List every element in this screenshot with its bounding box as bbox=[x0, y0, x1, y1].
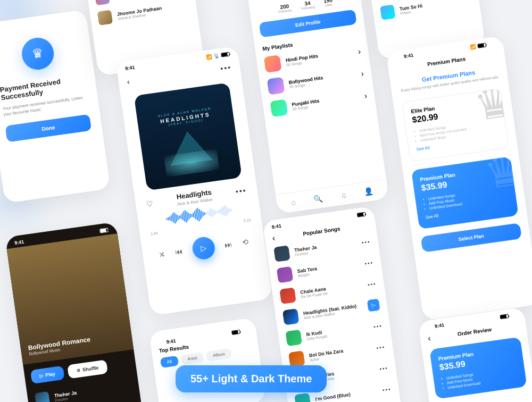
battery-icon bbox=[221, 52, 230, 57]
more-button[interactable]: ••• bbox=[376, 344, 386, 350]
following-stat[interactable]: 34Following bbox=[301, 0, 315, 11]
next-button[interactable]: ⏭ bbox=[224, 240, 232, 249]
playlist-detail-screen: 9:41 Bollywood Romance Bollywood Music ▷… bbox=[5, 222, 144, 402]
favorite-button[interactable]: ♡ bbox=[146, 199, 154, 208]
chevron-right-icon: › bbox=[357, 47, 361, 57]
signal-icon: 📶 bbox=[206, 54, 212, 60]
review-plan-card: Premium Plan $35.99 Unlimited Songs Add … bbox=[429, 337, 527, 399]
song-thumbnail bbox=[282, 308, 300, 325]
playlist-thumbnail bbox=[264, 55, 282, 73]
select-plan-button[interactable]: Select Plan bbox=[421, 223, 522, 253]
status-time: 9:41 bbox=[125, 65, 135, 71]
chevron-right-icon: › bbox=[360, 69, 364, 79]
song-thumbnail bbox=[277, 266, 294, 283]
profile-nav-icon[interactable]: 👤 bbox=[364, 187, 374, 196]
elite-plan-card[interactable]: ♛ Elite Plan $20.99 Unlimited Songs Add … bbox=[402, 88, 509, 162]
track-more-button[interactable]: ••• bbox=[235, 186, 247, 196]
more-button[interactable]: ••• bbox=[367, 280, 377, 287]
song-thumbnail bbox=[35, 391, 50, 402]
more-button[interactable]: ••• bbox=[373, 323, 383, 330]
song-thumbnail bbox=[279, 287, 296, 304]
search-nav-icon[interactable]: 🔍 bbox=[313, 194, 323, 204]
battery-icon bbox=[500, 314, 509, 319]
shuffle-icon: ⤨ bbox=[76, 367, 81, 373]
battery-icon bbox=[99, 228, 109, 233]
list-item[interactable]: Tum Se HiPritam bbox=[379, 0, 473, 23]
more-button[interactable]: ••• bbox=[382, 386, 392, 392]
home-nav-icon[interactable]: ⌂ bbox=[290, 198, 296, 207]
order-review-screen: 9:41 ‹Order Review Premium Plan $35.99 U… bbox=[418, 307, 532, 402]
followers-stat[interactable]: 200Followers bbox=[277, 3, 292, 13]
battery-icon bbox=[231, 330, 240, 335]
chevron-right-icon: › bbox=[363, 91, 368, 101]
play-button[interactable]: ▷ bbox=[191, 236, 216, 261]
shuffle-button[interactable]: ⤨Shuffle bbox=[67, 359, 108, 379]
back-button[interactable]: ‹ bbox=[127, 77, 130, 86]
crown-badge: ♛ bbox=[20, 36, 56, 72]
wifi-icon: 📡 bbox=[213, 53, 220, 58]
song-thumbnail bbox=[285, 330, 302, 347]
library-nav-icon[interactable]: ♫ bbox=[340, 190, 347, 199]
playlist-hero-image: Bollywood Romance Bollywood Music bbox=[7, 233, 134, 365]
song-thumbnail bbox=[294, 392, 311, 402]
theme-count-badge: 55+ Light & Dark Theme bbox=[176, 365, 327, 392]
more-button[interactable]: ••• bbox=[361, 238, 371, 245]
more-button[interactable]: ••• bbox=[379, 365, 389, 372]
shuffle-button[interactable]: ⤨ bbox=[158, 249, 165, 259]
song-thumbnail bbox=[94, 0, 110, 5]
song-thumbnail bbox=[97, 10, 113, 25]
likes-stat[interactable]: 190Likes bbox=[323, 0, 334, 7]
premium-plan-card[interactable]: ♛ Premium Plan $35.99 Unlimited Songs Ad… bbox=[411, 156, 519, 229]
crown-icon: ♛ bbox=[31, 46, 45, 62]
premium-screen: 9:41 📶 Premium Plans Get Premium Plans E… bbox=[386, 36, 532, 321]
more-button[interactable]: ••• bbox=[364, 259, 374, 266]
signal-icon: 📶 bbox=[470, 44, 476, 49]
play-button[interactable]: ▷Play bbox=[30, 366, 65, 384]
more-button[interactable]: ••• bbox=[220, 63, 232, 73]
song-thumbnail bbox=[273, 245, 290, 262]
playlist-thumbnail bbox=[267, 77, 285, 95]
profile-screen: John Watson 200Followers 34Following 190… bbox=[244, 0, 389, 214]
battery-icon bbox=[477, 43, 486, 48]
playlist-thumbnail bbox=[270, 99, 288, 117]
see-all-link[interactable]: See All bbox=[416, 145, 430, 152]
filter-pill-album[interactable]: Album bbox=[206, 348, 232, 362]
album-artwork: ALOK & ALAN WALKER HEADLIGHTS (FEAT. KID… bbox=[134, 82, 242, 190]
player-screen: 9:41 📶📡 ‹ ••• ALOK & ALAN WALKER HEADLIG… bbox=[116, 46, 273, 315]
repeat-button[interactable]: ⟲ bbox=[242, 238, 249, 247]
prev-button[interactable]: ⏮ bbox=[174, 247, 183, 256]
play-icon: ▷ bbox=[39, 373, 44, 379]
battery-icon bbox=[357, 212, 366, 217]
see-all-link[interactable]: See All bbox=[425, 213, 439, 220]
bottom-nav: ⌂ 🔍 ♫ 👤 bbox=[276, 179, 389, 214]
done-button[interactable]: Done bbox=[5, 114, 92, 143]
filter-pill-all[interactable]: All bbox=[160, 356, 179, 368]
song-thumbnail bbox=[380, 4, 395, 20]
play-button[interactable]: ▷ bbox=[367, 299, 380, 312]
filter-pill-artist[interactable]: Artist bbox=[180, 352, 204, 365]
